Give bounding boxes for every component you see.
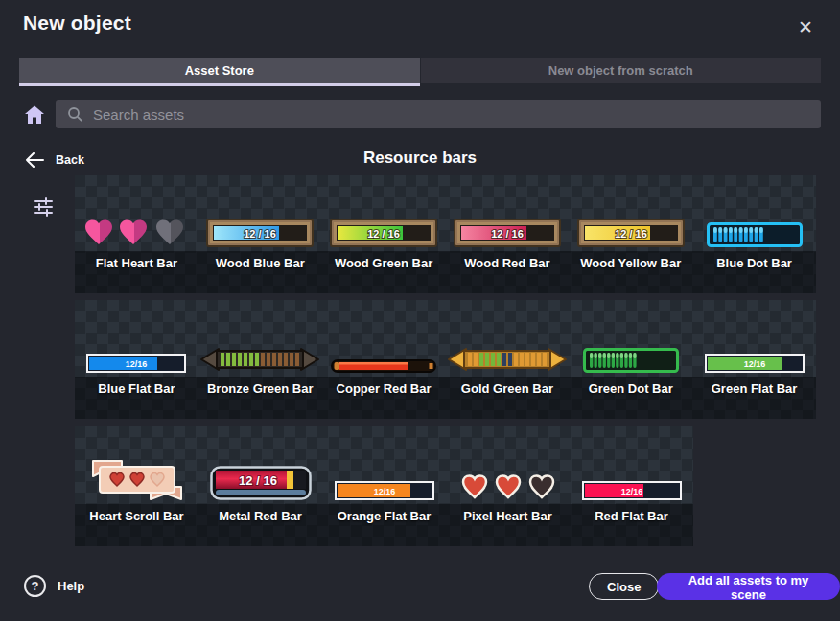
search-input-wrap[interactable] (56, 100, 821, 128)
filter-tune-icon (33, 196, 54, 218)
svg-text:12/16: 12/16 (743, 359, 765, 369)
asset-caption-strip: Pixel Heart Bar (446, 504, 570, 546)
asset-tile-heart-scroll-bar[interactable]: Heart Scroll Bar (75, 426, 198, 546)
asset-label: Bronze Green Bar (207, 381, 314, 419)
asset-preview: 12 / 16 (445, 175, 569, 251)
asset-label: Red Flat Bar (595, 509, 668, 546)
add-all-assets-button[interactable]: Add all assets to my scene (657, 573, 840, 600)
asset-label: Pixel Heart Bar (463, 509, 552, 546)
asset-caption-strip: Metal Red Bar (198, 504, 322, 546)
help-button[interactable]: ? Help (24, 575, 84, 597)
asset-tile-blue-dot-bar[interactable]: Blue Dot Bar (692, 175, 816, 293)
asset-caption-strip: Green Flat Bar (692, 377, 816, 419)
asset-caption-strip: Orange Flat Bar (322, 504, 446, 546)
asset-caption-strip: Bronze Green Bar (198, 377, 322, 419)
asset-preview: 12 / 16 (322, 175, 446, 251)
asset-preview: 12/16 (570, 426, 693, 504)
asset-caption-strip: Wood Blue Bar (198, 251, 322, 293)
asset-label: Metal Red Bar (219, 509, 302, 546)
asset-caption-strip: Wood Red Bar (445, 251, 569, 293)
asset-preview: 12/16 (75, 300, 198, 377)
asset-preview: 12 / 16 (569, 175, 692, 251)
asset-tile-copper-red-bar[interactable]: Copper Red Bar (322, 300, 446, 419)
asset-preview: 12 / 16 (198, 426, 322, 504)
dialog-title: New object (23, 12, 131, 34)
svg-text:12 / 16: 12 / 16 (244, 228, 276, 240)
asset-row: Flat Heart Bar 12 / 16Wood Blue Bar 12 /… (75, 175, 816, 293)
asset-tile-wood-blue-bar[interactable]: 12 / 16Wood Blue Bar (198, 175, 322, 293)
home-icon (23, 104, 46, 126)
asset-tile-flat-heart-bar[interactable]: Flat Heart Bar (75, 175, 198, 293)
asset-caption-strip: Flat Heart Bar (75, 251, 198, 293)
asset-preview: 12 / 16 (198, 175, 322, 251)
asset-preview: 12/16 (322, 426, 446, 504)
tab-asset-store[interactable]: Asset Store (19, 58, 420, 83)
tab-asset-store-label: Asset Store (185, 63, 254, 78)
asset-tile-wood-green-bar[interactable]: 12 / 16Wood Green Bar (322, 175, 446, 293)
close-button[interactable]: Close (589, 573, 659, 600)
asset-preview (445, 300, 569, 377)
asset-caption-strip: Heart Scroll Bar (75, 504, 198, 546)
search-input[interactable] (93, 106, 668, 123)
asset-label: Green Dot Bar (589, 381, 673, 419)
asset-label: Orange Flat Bar (338, 509, 432, 546)
asset-preview (75, 426, 198, 504)
asset-preview (75, 175, 198, 251)
asset-preview (692, 175, 816, 251)
asset-caption-strip: Green Dot Bar (569, 377, 692, 419)
asset-caption-strip: Red Flat Bar (570, 504, 693, 546)
tab-bar: Asset Store New object from scratch (19, 58, 821, 86)
asset-tile-green-flat-bar[interactable]: 12/16Green Flat Bar (692, 300, 816, 419)
asset-row: 12/16Blue Flat Bar Bronze Green Bar Copp… (75, 300, 816, 419)
asset-tile-blue-flat-bar[interactable]: 12/16Blue Flat Bar (75, 300, 198, 419)
svg-text:12/16: 12/16 (373, 487, 395, 496)
new-object-dialog: New object ✕ Asset Store New object from… (0, 0, 840, 621)
asset-label: Copper Red Bar (337, 381, 432, 419)
asset-tile-wood-yellow-bar[interactable]: 12 / 16Wood Yellow Bar (569, 175, 692, 293)
asset-label: Blue Dot Bar (716, 256, 792, 293)
asset-tile-bronze-green-bar[interactable]: Bronze Green Bar (198, 300, 322, 419)
asset-label: Wood Green Bar (335, 256, 432, 293)
asset-preview (322, 300, 446, 377)
asset-tile-gold-green-bar[interactable]: Gold Green Bar (445, 300, 569, 419)
asset-preview (446, 426, 570, 504)
asset-caption-strip: Wood Yellow Bar (569, 251, 692, 293)
close-icon[interactable]: ✕ (794, 15, 817, 38)
asset-label: Gold Green Bar (461, 381, 553, 419)
asset-tile-wood-red-bar[interactable]: 12 / 16Wood Red Bar (445, 175, 569, 293)
asset-label: Green Flat Bar (712, 381, 798, 419)
asset-preview: 12/16 (692, 300, 816, 377)
asset-caption-strip: Gold Green Bar (445, 377, 569, 419)
asset-caption-strip: Copper Red Bar (322, 377, 446, 419)
help-label: Help (58, 579, 84, 593)
asset-caption-strip: Blue Flat Bar (75, 377, 198, 419)
svg-text:12/16: 12/16 (126, 359, 148, 369)
active-tab-underline (19, 83, 420, 86)
asset-tile-red-flat-bar[interactable]: 12/16Red Flat Bar (570, 426, 693, 546)
asset-label: Wood Yellow Bar (580, 256, 681, 293)
asset-preview (198, 300, 322, 377)
home-button[interactable] (21, 102, 48, 127)
asset-label: Wood Blue Bar (216, 256, 305, 293)
svg-text:12 / 16: 12 / 16 (615, 228, 647, 240)
asset-tile-green-dot-bar[interactable]: Green Dot Bar (569, 300, 692, 419)
filter-button[interactable] (31, 195, 56, 219)
asset-tile-orange-flat-bar[interactable]: 12/16Orange Flat Bar (322, 426, 446, 546)
asset-label: Flat Heart Bar (96, 256, 177, 293)
search-icon (67, 106, 83, 123)
asset-label: Wood Red Bar (464, 256, 549, 293)
svg-text:12/16: 12/16 (620, 487, 642, 496)
svg-text:12 / 16: 12 / 16 (367, 228, 400, 240)
tab-new-object-from-scratch[interactable]: New object from scratch (421, 58, 822, 83)
asset-label: Blue Flat Bar (98, 381, 175, 419)
help-icon: ? (24, 575, 46, 597)
asset-caption-strip: Blue Dot Bar (692, 251, 816, 293)
category-heading: Resource bars (0, 149, 840, 168)
asset-row: Heart Scroll Bar 12 / 16Metal Red Bar 12… (75, 426, 693, 546)
asset-label: Heart Scroll Bar (89, 509, 183, 546)
asset-caption-strip: Wood Green Bar (322, 251, 446, 293)
asset-preview (569, 300, 692, 377)
tab-new-object-from-scratch-label: New object from scratch (548, 63, 693, 78)
asset-tile-pixel-heart-bar[interactable]: Pixel Heart Bar (446, 426, 570, 546)
asset-tile-metal-red-bar[interactable]: 12 / 16Metal Red Bar (198, 426, 322, 546)
